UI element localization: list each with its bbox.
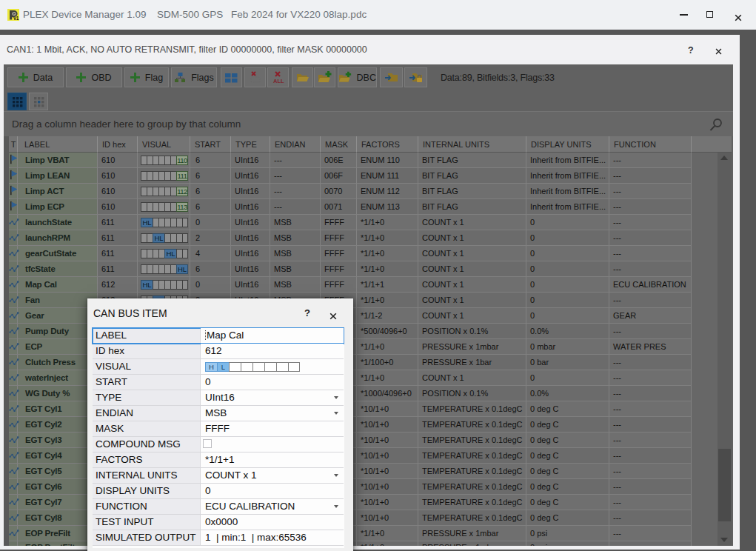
svg-text:ALL: ALL xyxy=(273,78,284,84)
